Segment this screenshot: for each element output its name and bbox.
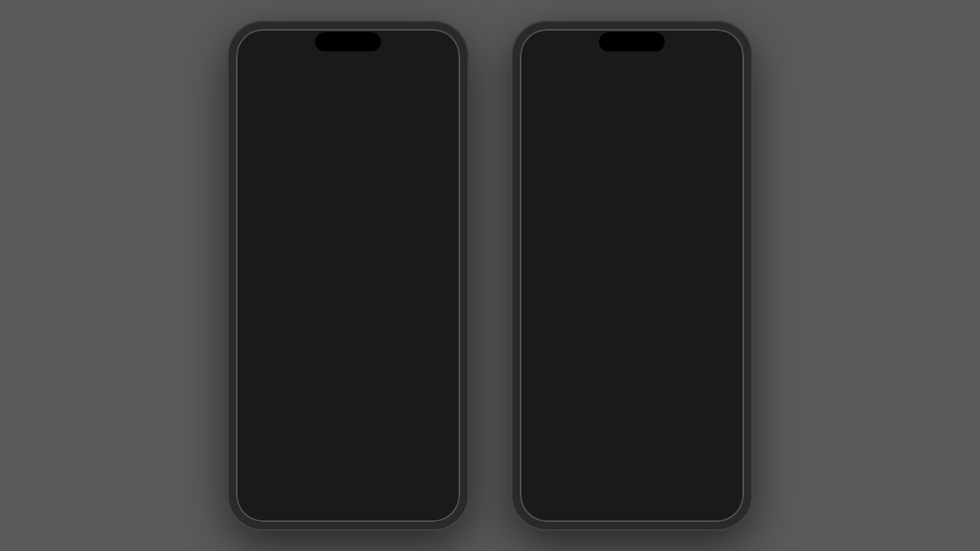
usage-card: Last 24 Hours Last 10 Days Last Charged …	[529, 401, 735, 482]
first-use-value: September 2023	[356, 396, 439, 409]
auto-brightness-content: Auto-Brightness Auto-Brightness is curre…	[574, 258, 710, 310]
learn-more-link[interactable]: Learn more...	[350, 326, 403, 336]
phone1-screen: 3:10 🔴	[236, 29, 460, 522]
health-card: Battery Health Normal › Charging Optimiz…	[529, 327, 735, 393]
signal-icon-2	[678, 46, 692, 55]
manufacture-date-value: July 2023	[391, 364, 439, 376]
auto-brightness-row[interactable]: Auto-Brightness Auto-Brightness is curre…	[529, 249, 735, 319]
low-power-mode-row: Low Power Mode	[529, 136, 735, 176]
low-power-mode-label: Low Power Mode	[541, 150, 627, 163]
page-title-2: Battery	[610, 68, 654, 83]
last-charged-section: Last Charged to 46% 1h ago	[538, 442, 726, 476]
chevron-left-icon-2	[532, 69, 539, 81]
battery-percentage-label: Battery Percentage	[541, 109, 636, 122]
last-10-days-segment[interactable]: Last 10 Days	[632, 414, 725, 435]
insights-card: Auto-Brightness Auto-Brightness is curre…	[529, 249, 735, 319]
auto-brightness-title: Auto-Brightness	[574, 258, 710, 271]
battery-health-row-2[interactable]: Battery Health Normal ›	[529, 327, 735, 361]
charging-optimization-right: Optimized ›	[665, 370, 723, 384]
screen-content-2[interactable]: Battery Percentage Low Power Mode Low Po…	[520, 89, 744, 522]
dates-card: Manufacture Date July 2023 First Use Sep…	[245, 354, 451, 419]
auto-brightness-desc: Auto-Brightness is currently turned off.…	[574, 273, 710, 310]
charging-optimization-label: Charging Optimization	[541, 370, 651, 383]
battery-percentage-toggle[interactable]	[687, 105, 723, 125]
manufacture-date-label: Manufacture Date	[257, 364, 346, 376]
insights-section-header: INSIGHTS AND SUGGESTIONS	[529, 233, 735, 249]
phone1: 3:10 🔴	[229, 22, 468, 529]
time-1: 3:10 🔴	[252, 45, 288, 57]
battery-health-row: Battery Health Normal	[245, 95, 451, 128]
nav-bar-1: Battery Battery Health	[236, 66, 460, 89]
svg-point-0	[550, 267, 556, 273]
recording-indicator-2: 🔴	[562, 47, 571, 55]
back-button-1[interactable]: Battery	[248, 69, 294, 82]
chevron-left-icon-1	[248, 69, 255, 81]
toggle-knob-1	[704, 106, 722, 124]
cycle-count-desc: This is the number of times iPhone has u…	[245, 309, 451, 347]
low-power-desc: Low Power Mode temporarily reduces backg…	[529, 176, 735, 225]
status-icons-2: 42	[678, 44, 728, 57]
charging-optimization-chevron-icon: ›	[719, 372, 723, 384]
battery-health-label: Battery Health	[257, 105, 328, 117]
battery-health-card: Battery Health Normal This iPhone batter…	[245, 95, 451, 166]
first-use-row: First Use September 2023	[245, 387, 451, 419]
time-2: 3:10 🔴	[536, 45, 571, 57]
last-24-hours-segment[interactable]: Last 24 Hours	[539, 414, 632, 435]
signal-icon-1	[394, 46, 408, 55]
first-use-label: First Use	[257, 396, 302, 409]
battery-percentage-row: Battery Percentage	[529, 95, 735, 136]
dynamic-island-2	[599, 32, 665, 52]
manufacture-date-row: Manufacture Date July 2023	[245, 354, 451, 387]
battery-health-chevron-icon: ›	[719, 338, 723, 350]
max-capacity-value: 99%	[417, 183, 439, 196]
last-charged-title: Last Charged to 46%	[541, 449, 723, 462]
recording-indicator-1: 🔴	[279, 47, 288, 55]
battery-health-label-2: Battery Health	[541, 337, 612, 349]
dynamic-island-1	[315, 32, 381, 52]
low-power-mode-toggle[interactable]	[687, 146, 723, 166]
time-range-segmented-control[interactable]: Last 24 Hours Last 10 Days	[538, 413, 726, 436]
page-title-1: Battery Health	[305, 68, 391, 83]
toggles-card: Battery Percentage Low Power Mode Low Po…	[529, 95, 735, 225]
auto-brightness-chevron-icon: ›	[719, 260, 723, 272]
max-capacity-label: Maximum Capacity	[257, 183, 353, 196]
cycle-count-row: Cycle Count 177	[245, 276, 451, 309]
brightness-icon	[545, 263, 560, 278]
nav-bar-2: Settings Battery	[520, 66, 744, 89]
cycle-count-label: Cycle Count	[257, 286, 318, 299]
status-icons-1: 42	[394, 44, 444, 57]
phone2: 3:10 🔴	[512, 22, 751, 529]
phone2-screen: 3:10 🔴	[520, 29, 744, 522]
battery-health-value: Normal	[403, 105, 439, 117]
battery-health-desc: This iPhone battery is performing as exp…	[245, 128, 451, 166]
max-capacity-row: Maximum Capacity 99%	[245, 173, 451, 206]
toggle-knob-2	[689, 147, 707, 165]
max-capacity-desc: This is a measure of battery capacity re…	[245, 206, 451, 269]
screen-content-1[interactable]: Battery Health Normal This iPhone batter…	[236, 89, 460, 522]
cycle-count-card: Cycle Count 177 This is the number of ti…	[245, 276, 451, 347]
wifi-icon-2	[695, 46, 707, 57]
charging-optimization-value: Optimized	[665, 370, 716, 383]
charging-optimization-row[interactable]: Charging Optimization Optimized ›	[529, 361, 735, 393]
last-charged-sub: 1h ago	[541, 462, 723, 473]
auto-brightness-icon	[541, 258, 565, 282]
battery-icon-1: 42	[427, 44, 444, 57]
battery-health-value-2: Normal	[679, 337, 715, 349]
wifi-icon-1	[412, 46, 424, 57]
battery-health-right: Normal ›	[679, 337, 723, 350]
max-capacity-card: Maximum Capacity 99% This is a measure o…	[245, 173, 451, 269]
back-button-2[interactable]: Settings	[532, 69, 582, 82]
battery-icon-2: 42	[711, 44, 728, 57]
cycle-count-value: 177	[421, 286, 439, 299]
about-battery-link[interactable]: About Battery & Warranty...	[298, 144, 406, 155]
